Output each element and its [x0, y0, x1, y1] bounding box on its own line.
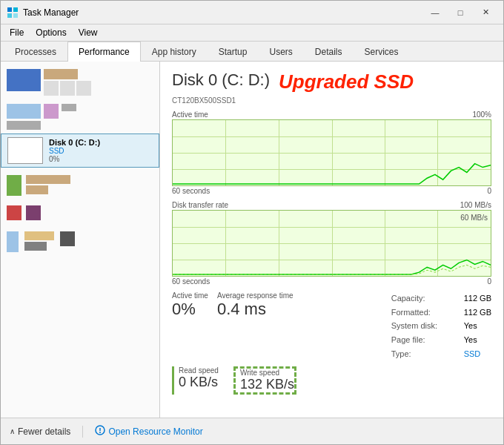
svg-point-6 — [99, 432, 101, 433]
mem-graph-block — [44, 69, 78, 79]
minimize-button[interactable]: — — [423, 5, 447, 20]
net-tan-block2 — [26, 185, 48, 194]
formatted-key: Formatted: — [391, 306, 458, 320]
svg-rect-1 — [13, 7, 18, 12]
tab-processes[interactable]: Processes — [4, 42, 67, 62]
write-speed-block: Write speed 132 KB/s — [233, 366, 296, 395]
content-area: Disk 0 (C: D:) SSD 0% — [1, 62, 503, 418]
sidebar-group-extra[interactable] — [1, 227, 159, 256]
pagefile-val: Yes — [464, 333, 477, 347]
type-key: Type: — [391, 347, 458, 361]
svg-rect-3 — [13, 13, 18, 18]
capacity-key: Capacity: — [391, 291, 458, 306]
tab-startup[interactable]: Startup — [208, 42, 259, 62]
info-table: Capacity: 112 GB Formatted: 112 GB Syste… — [391, 291, 491, 360]
small-block-2 — [60, 81, 75, 96]
app-icon — [7, 7, 19, 19]
main-panel: Disk 0 (C: D:) Upgraded SSD CT120BX500SS… — [160, 62, 503, 418]
mem-purple-block — [44, 104, 59, 119]
chart1-zero: 0 — [487, 187, 491, 195]
read-value: 0 KB/s — [179, 375, 219, 390]
active-time-svg — [173, 120, 491, 185]
chart1-max: 100% — [472, 111, 491, 119]
fewer-details-label: Fewer details — [18, 426, 70, 437]
misc-red-block — [7, 205, 21, 220]
disk-name-label: Disk 0 (C: D:) — [49, 138, 100, 147]
info-type: Type: SSD — [391, 347, 491, 361]
type-val: SSD — [464, 347, 481, 361]
active-time-chart — [172, 119, 491, 186]
transfer-rate-svg — [173, 211, 491, 276]
active-time-chart-section: Active time 100% — [172, 111, 491, 195]
write-label: Write speed — [240, 369, 294, 377]
small-block-3 — [76, 81, 91, 96]
menu-bar: File Options View — [1, 24, 503, 42]
misc-mauve-block — [26, 205, 41, 220]
chart2-footer: 60 seconds 0 — [172, 277, 491, 286]
tab-services[interactable]: Services — [354, 42, 410, 62]
extra-gray — [24, 242, 47, 251]
transfer-rate-chart-section: Disk transfer rate 100 MB/s 60 MB/s — [172, 201, 491, 286]
speed-row: Read speed 0 KB/s Write speed 132 KB/s — [172, 366, 491, 395]
tab-users[interactable]: Users — [258, 42, 303, 62]
stat-response-time: Average response time 0.4 ms — [217, 291, 294, 319]
read-label: Read speed — [179, 366, 219, 375]
tab-performance[interactable]: Performance — [67, 42, 141, 62]
transfer-rate-chart: 60 MB/s — [172, 210, 491, 277]
mem-gray-block — [62, 104, 76, 111]
system-val: Yes — [464, 319, 477, 333]
stats-row: Active time 0% Average response time 0.4… — [172, 291, 491, 360]
menu-options[interactable]: Options — [30, 26, 72, 39]
extra-blue-v — [7, 231, 19, 252]
tab-details[interactable]: Details — [304, 42, 354, 62]
window-title: Task Manager — [23, 7, 423, 18]
extra-yellow — [24, 231, 54, 240]
sidebar-group-misc[interactable] — [1, 201, 159, 224]
chart1-footer: 60 seconds 0 — [172, 187, 491, 195]
svg-rect-0 — [7, 7, 12, 12]
menu-file[interactable]: File — [4, 26, 30, 39]
tab-bar: Processes Performance App history Startu… — [1, 42, 503, 62]
bottom-bar: ∧ Fewer details Open Resource Monitor — [1, 418, 503, 444]
open-resource-monitor-button[interactable]: Open Resource Monitor — [95, 425, 202, 438]
disk-pct-label: 0% — [49, 155, 100, 163]
tab-app-history[interactable]: App history — [141, 42, 208, 62]
title-bar: Task Manager — □ ✕ — [1, 1, 503, 24]
active-time-value: 0% — [172, 300, 208, 319]
system-key: System disk: — [391, 319, 458, 333]
chevron-up-icon: ∧ — [10, 427, 15, 435]
info-pagefile: Page file: Yes — [391, 333, 491, 347]
write-value: 132 KB/s — [240, 377, 294, 392]
sidebar-group-net[interactable] — [1, 171, 159, 200]
sidebar-item-disk0[interactable]: Disk 0 (C: D:) SSD 0% — [1, 134, 159, 168]
chart2-zero: 0 — [487, 277, 491, 286]
sidebar: Disk 0 (C: D:) SSD 0% — [1, 62, 160, 418]
open-resource-label: Open Resource Monitor — [108, 426, 202, 437]
chart2-time: 60 seconds — [172, 277, 210, 286]
svg-rect-2 — [7, 13, 12, 18]
menu-view[interactable]: View — [73, 26, 104, 39]
disk-header: Disk 0 (C: D:) Upgraded SSD — [172, 70, 491, 93]
formatted-val: 112 GB — [464, 306, 491, 320]
response-label: Average response time — [217, 291, 294, 300]
info-formatted: Formatted: 112 GB — [391, 306, 491, 320]
small-block-1 — [44, 81, 59, 96]
disk-type-label: SSD — [49, 147, 100, 155]
fewer-details-button[interactable]: ∧ Fewer details — [10, 426, 70, 437]
window-controls: — □ ✕ — [423, 5, 497, 20]
close-button[interactable]: ✕ — [474, 5, 497, 20]
sidebar-group-cpu[interactable] — [1, 65, 159, 99]
gray-bar — [7, 121, 41, 130]
bottom-divider — [82, 426, 83, 438]
net-tan-block — [26, 175, 70, 184]
chart1-time: 60 seconds — [172, 187, 210, 195]
disk-model: CT120BX500SSD1 — [172, 96, 491, 105]
pagefile-key: Page file: — [391, 333, 458, 347]
task-manager-window: Task Manager — □ ✕ File Options View Pro… — [0, 0, 504, 445]
disk-preview — [7, 137, 43, 164]
upgraded-label: Upgraded SSD — [279, 70, 414, 93]
info-capacity: Capacity: 112 GB — [391, 291, 491, 306]
sidebar-group-mem[interactable] — [1, 99, 159, 134]
active-time-label: Active time — [172, 291, 208, 300]
maximize-button[interactable]: □ — [448, 5, 472, 20]
